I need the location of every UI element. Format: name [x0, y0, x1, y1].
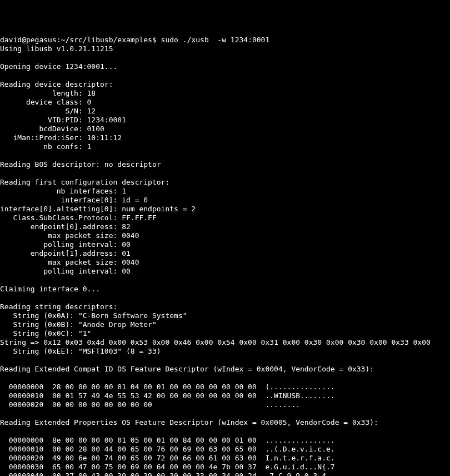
output-line: Opening device 1234:0001...: [0, 62, 117, 71]
output-line: 00000010 00 01 57 49 4e 55 53 42 00 00 0…: [0, 391, 335, 400]
prompt-userhost: david@pegasus: [0, 36, 57, 44]
output-line: endpoint[1].address: 01: [0, 249, 131, 257]
output-line: bcdDevice: 0100: [0, 125, 104, 133]
output-line: Reading string descriptors:: [0, 303, 117, 311]
output-line: interface[0].altsetting[0]: num endpoint…: [0, 205, 196, 213]
output-line: 00000040 00 37 00 43 00 39 00 39 00 30 0…: [0, 472, 335, 476]
output-line: 00000020 00 00 00 00 00 00 00 00 .......…: [0, 400, 300, 409]
output-line: S/N: 12: [0, 107, 96, 115]
output-line: iMan:iProd:iSer: 10:11:12: [0, 133, 122, 142]
output-line: Using libusb v1.0.21.11215: [0, 44, 113, 53]
prompt-line: david@pegasus:~/src/libusb/examples$ sud…: [0, 36, 269, 44]
output-line: Reading first configuration descriptor:: [0, 178, 169, 186]
output-line: nb confs: 1: [0, 142, 91, 151]
output-line: Class.SubClass.Protocol: FF.FF.FF: [0, 214, 157, 222]
output-line: Reading Extended Compat ID OS Feature De…: [0, 365, 374, 373]
output-line: Claiming interface 0...: [0, 285, 100, 293]
output-line: max packet size: 0040: [0, 258, 139, 266]
output-line: 00000010 00 00 28 00 44 00 65 00 76 00 6…: [0, 445, 335, 453]
output-line: length: 18: [0, 89, 96, 97]
output-line: 00000030 65 00 47 00 75 00 69 00 64 00 0…: [0, 463, 335, 471]
prompt-sep1: :: [57, 36, 61, 44]
output-line: String (0xEE): "MSFT1003" (8 = 33): [0, 347, 161, 355]
output-line: 00000020 49 00 6e 00 74 00 65 00 72 00 6…: [0, 454, 335, 462]
output-line: device class: 0: [0, 98, 91, 106]
output-line: polling interval: 00: [0, 267, 131, 275]
output-line: endpoint[0].address: 82: [0, 222, 131, 231]
prompt-command: sudo ./xusb -w 1234:0001: [161, 36, 270, 44]
output-line: Reading BOS descriptor: no descriptor: [0, 160, 161, 168]
output-line: max packet size: 0040: [0, 231, 139, 240]
prompt-sep2: $: [152, 36, 161, 44]
output-line: String => 0x12 0x03 0x4d 0x00 0x53 0x00 …: [0, 338, 431, 346]
output-line: 00000000 8e 00 00 00 00 01 05 00 01 00 8…: [0, 436, 335, 444]
prompt-path: ~/src/libusb/examples: [61, 36, 152, 44]
output-line: polling interval: 00: [0, 240, 131, 249]
terminal-output[interactable]: david@pegasus:~/src/libusb/examples$ sud…: [0, 36, 450, 476]
output-line: Reading Extended Properties OS Feature D…: [0, 418, 378, 427]
output-line: Reading device descriptor:: [0, 80, 113, 88]
output-line: VID:PID: 1234:0001: [0, 116, 126, 124]
output-line: String (0x0C): "1": [0, 329, 91, 338]
output-line: nb interfaces: 1: [0, 187, 126, 195]
output-line: String (0x0B): "Anode Drop Meter": [0, 320, 157, 329]
output-line: 00000000 28 00 00 00 00 01 04 00 01 00 0…: [0, 383, 335, 391]
output-line: interface[0]: id = 0: [0, 196, 148, 204]
output-line: String (0x0A): "C-Born Software Systems": [0, 311, 187, 320]
